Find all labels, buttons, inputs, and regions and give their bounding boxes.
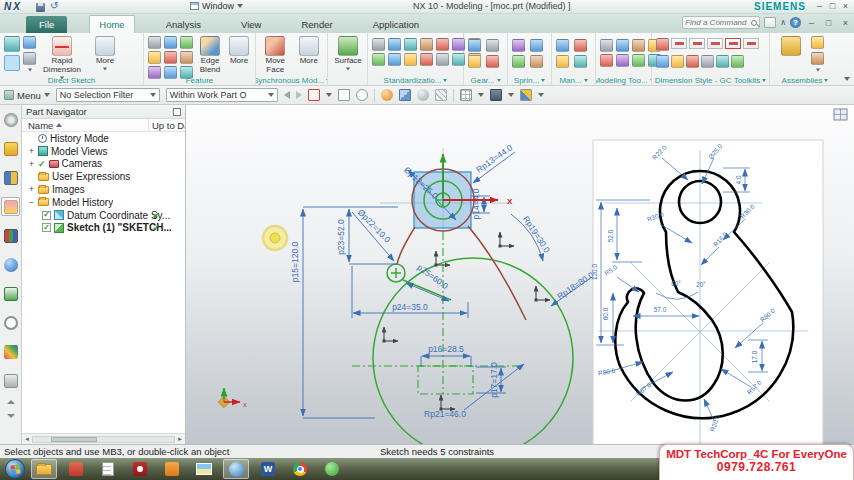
dim-style-preset-button[interactable] <box>743 38 759 49</box>
gc-toolkit-icon-1[interactable] <box>656 55 669 68</box>
start-button[interactable] <box>5 459 25 479</box>
chevron-down-icon[interactable] <box>326 93 332 97</box>
taskbar-item-chrome[interactable] <box>287 459 313 479</box>
modeling-tool-icon-2[interactable] <box>616 39 629 52</box>
tree-item-history-mode[interactable]: History Mode <box>22 132 185 145</box>
selection-box-icon[interactable] <box>338 89 350 101</box>
collapse-icon[interactable]: − <box>28 198 35 207</box>
chevron-down-icon[interactable] <box>762 79 766 82</box>
dimension-style-icon[interactable] <box>656 38 669 51</box>
full-screen-icon[interactable] <box>764 17 776 28</box>
profile-icon[interactable] <box>23 36 36 49</box>
find-command-box[interactable] <box>682 16 760 29</box>
dimension-label-p15[interactable]: p15=120.0 <box>290 242 300 283</box>
datum-plane-icon[interactable] <box>148 36 161 49</box>
surface-button[interactable]: Surface <box>332 36 364 71</box>
tree-item-images[interactable]: + Images <box>22 183 185 196</box>
taskbar-item-red-app[interactable] <box>63 459 89 479</box>
dimension-label-p16[interactable]: p16=28.5 <box>428 344 464 354</box>
bolt-icon[interactable] <box>388 38 401 51</box>
chevron-down-icon[interactable] <box>541 79 545 82</box>
rapid-dimension-button[interactable]: Rapid Dimension <box>39 36 85 80</box>
chevron-down-icon[interactable] <box>326 79 327 82</box>
disc-spring-icon[interactable] <box>530 55 543 68</box>
rack-icon[interactable] <box>486 55 499 68</box>
roles-gear-icon[interactable] <box>4 113 18 127</box>
save-icon[interactable] <box>36 3 45 12</box>
undo-icon[interactable]: ↺ <box>50 0 58 11</box>
graphics-window[interactable]: p15=120.0 p23=52.0 Øp22=10.0 p24=35.0 p2… <box>186 105 854 444</box>
modeling-tool-icon-6[interactable] <box>616 54 629 67</box>
scroll-down-icon[interactable] <box>7 414 15 418</box>
dim-style-preset-button[interactable] <box>671 38 687 49</box>
dimension-label-p19[interactable]: Rp19=30.0 <box>521 214 552 255</box>
taskbar-item-image-viewer[interactable] <box>191 459 217 479</box>
gc-toolkit-icon-2[interactable] <box>671 55 684 68</box>
touch-mode-icon[interactable] <box>4 374 18 388</box>
tree-item-model-views[interactable]: + Model Views <box>22 145 185 158</box>
tree-item-sketch[interactable]: ✓ Sketch (1) "SKETCH... ✓ <box>22 222 185 235</box>
scrollbar-thumb[interactable] <box>51 437 97 442</box>
tab-home[interactable]: Home <box>89 15 134 33</box>
coil-spring-icon[interactable] <box>512 39 525 52</box>
dimension-label-p14[interactable]: p14=4.0 <box>471 188 481 219</box>
window-layout-icon[interactable] <box>460 89 472 101</box>
chevron-down-icon[interactable] <box>538 93 544 97</box>
chevron-down-icon[interactable] <box>824 79 828 82</box>
hook-neck-right-curve[interactable] <box>468 226 526 320</box>
selection-scope-dropdown[interactable]: Within Work Part O <box>166 88 278 102</box>
gc-toolkit-icon-3[interactable] <box>686 55 699 68</box>
chevron-down-icon[interactable] <box>497 79 501 82</box>
chevron-down-icon[interactable] <box>443 79 447 82</box>
unite-icon[interactable] <box>164 51 177 64</box>
manual-tool-icon-3[interactable] <box>556 55 569 68</box>
synchronous-more-button[interactable]: More <box>294 36 325 66</box>
system-clock-icon[interactable] <box>4 316 18 330</box>
manual-tool-icon-1[interactable] <box>556 39 569 52</box>
forward-icon[interactable] <box>296 91 302 99</box>
feature-more-button[interactable]: More <box>226 36 252 66</box>
dimension-label-p13[interactable]: Rp13=44.0 <box>474 142 514 174</box>
screw-icon[interactable] <box>404 53 417 66</box>
window-menu[interactable]: Window <box>190 1 243 11</box>
modeling-tool-icon-5[interactable] <box>600 54 613 67</box>
nut-icon[interactable] <box>404 38 417 51</box>
editors-icon[interactable] <box>520 89 532 101</box>
find-command-input[interactable] <box>685 18 751 27</box>
ring-icon[interactable] <box>388 53 401 66</box>
move-face-button[interactable]: Move Face <box>260 36 291 75</box>
palette-icon[interactable] <box>4 345 18 359</box>
direct-sketch-more-button[interactable]: More <box>88 36 122 71</box>
hook-outer-circle[interactable] <box>373 258 573 444</box>
child-close-button[interactable]: × <box>839 17 852 29</box>
tree-item-user-expressions[interactable]: User Expressions <box>22 170 185 183</box>
tree-item-datum-csys[interactable]: ✓ Datum Coordinate Sy... ✓ <box>22 209 185 222</box>
menu-button[interactable]: Menu <box>4 90 50 101</box>
dim-style-preset-button[interactable] <box>689 38 705 49</box>
extrude-icon[interactable] <box>164 36 177 49</box>
minimize-ribbon-icon[interactable]: ∧ <box>780 17 786 28</box>
pattern-feature-icon[interactable] <box>148 51 161 64</box>
sort-asc-icon[interactable] <box>56 123 62 127</box>
panel-horizontal-scrollbar[interactable]: ◄ ► <box>22 433 185 444</box>
construction-rectangle[interactable] <box>418 366 473 394</box>
modeling-tool-icon-3[interactable] <box>632 39 645 52</box>
expand-icon[interactable]: + <box>28 147 35 156</box>
chevron-down-icon[interactable] <box>478 93 484 97</box>
tab-analysis[interactable]: Analysis <box>157 16 210 33</box>
column-up-to-date[interactable]: Up to Dat <box>148 119 185 132</box>
tab-file[interactable]: File <box>26 16 67 33</box>
gc-toolkit-icon-5[interactable] <box>716 55 729 68</box>
trim-body-icon[interactable] <box>180 51 193 64</box>
seal-icon[interactable] <box>372 53 385 66</box>
taskbar-item-media[interactable] <box>127 459 153 479</box>
dim-style-preset-button[interactable] <box>707 38 723 49</box>
tab-view[interactable]: View <box>232 16 270 33</box>
help-icon[interactable]: ? <box>790 17 801 28</box>
checkbox[interactable]: ✓ <box>42 223 51 232</box>
tab-render[interactable]: Render <box>292 16 341 33</box>
constraint-navigator-icon[interactable] <box>4 171 18 185</box>
child-restore-button[interactable]: □ <box>822 17 835 29</box>
back-icon[interactable] <box>284 91 290 99</box>
worm-gear-icon[interactable] <box>468 55 481 68</box>
